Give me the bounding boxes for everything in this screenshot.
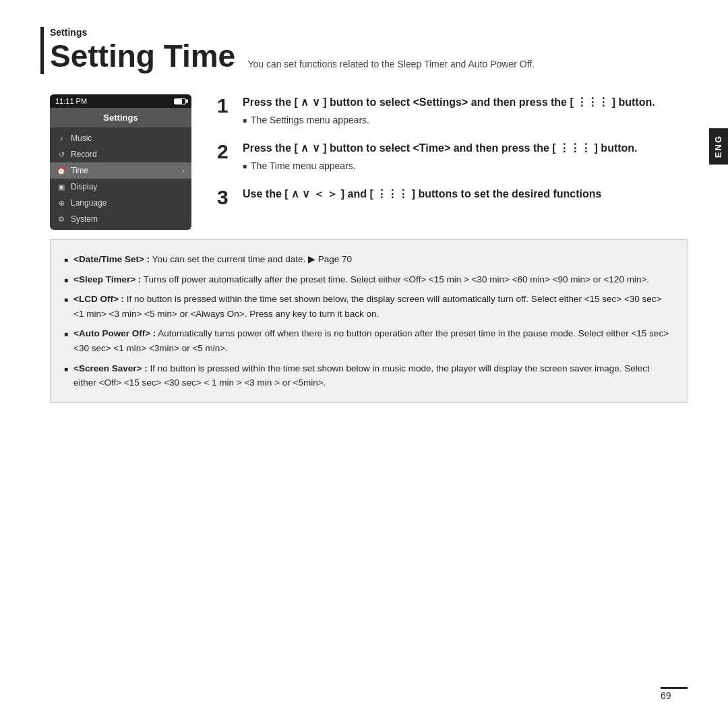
menu-label-system: System [71,214,185,224]
step-1-number: 1 [217,96,243,116]
menu-item-system[interactable]: ⚙ System [50,211,191,227]
step-2-number: 2 [217,142,243,162]
steps-area: 1 Press the [ ∧ ∨ ] button to select <Se… [217,94,688,230]
time-icon: ⏰ [57,166,66,175]
record-icon: ↺ [57,150,66,159]
step-2-note: The Time menu appears. [243,160,688,171]
menu-item-display[interactable]: ▣ Display [50,179,191,195]
step-3-number: 3 [217,187,243,208]
info-item-3: ■ <LCD Off> : If no button is pressed wi… [64,292,673,321]
device-topbar: 11:11 PM [50,94,191,108]
menu-label-display: Display [71,182,185,191]
step-3-content: Use the [ ∧ ∨ ＜ ＞ ] and [ ⋮⋮⋮ ] buttons … [243,186,688,206]
menu-label-time: Time [71,166,177,175]
menu-item-music[interactable]: ♪ Music [50,130,191,146]
page-header: Settings Setting Time You can set functi… [50,27,688,74]
content-area: 11:11 PM Settings ♪ Music ↺ Record [50,94,688,230]
step-1-content: Press the [ ∧ ∨ ] button to select <Sett… [243,94,688,125]
page-subtitle: You can set functions related to the Sle… [247,59,535,69]
step-1: 1 Press the [ ∧ ∨ ] button to select <Se… [217,94,688,125]
menu-item-time[interactable]: ⏰ Time › [50,162,191,179]
info-text-1: <Date/Time Set> : You can set the curren… [73,252,352,267]
step-1-note: The Settings menu appears. [243,115,688,125]
device-time: 11:11 PM [55,97,87,105]
battery-fill [175,99,182,104]
step-3: 3 Use the [ ∧ ∨ ＜ ＞ ] and [ ⋮⋮⋮ ] button… [217,186,688,208]
info-box: ■ <Date/Time Set> : You can set the curr… [50,239,688,403]
page-number-line [661,687,688,689]
music-icon: ♪ [57,133,66,143]
device-battery [174,98,186,104]
menu-label-music: Music [71,133,185,143]
menu-label-language: Language [71,198,185,208]
page-number-container: 69 [661,687,688,701]
bullet-2: ■ [64,275,68,286]
system-icon: ⚙ [57,214,66,224]
battery-icon [174,98,186,104]
bullet-3: ■ [64,295,68,305]
info-text-2: <Sleep Timer> : Turns off power automati… [73,272,649,287]
device-menu-items: ♪ Music ↺ Record ⏰ Time › ▣ Display ⊕ [50,127,191,230]
info-item-2: ■ <Sleep Timer> : Turns off power automa… [64,272,673,287]
section-label: Settings [50,27,688,38]
menu-label-record: Record [71,150,185,159]
menu-item-language[interactable]: ⊕ Language [50,195,191,211]
page-number: 69 [661,690,671,701]
bullet-4: ■ [64,329,68,340]
step-2-content: Press the [ ∧ ∨ ] button to select <Time… [243,140,688,171]
step-2-title: Press the [ ∧ ∨ ] button to select <Time… [243,140,688,156]
bullet-1: ■ [64,255,68,266]
info-text-3: <LCD Off> : If no button is pressed with… [73,292,673,321]
info-item-4: ■ <Auto Power Off> : Automatically turns… [64,326,673,355]
step-3-title: Use the [ ∧ ∨ ＜ ＞ ] and [ ⋮⋮⋮ ] buttons … [243,186,688,202]
info-item-1: ■ <Date/Time Set> : You can set the curr… [64,252,673,267]
step-2: 2 Press the [ ∧ ∨ ] button to select <Ti… [217,140,688,171]
step-1-title: Press the [ ∧ ∨ ] button to select <Sett… [243,94,688,111]
info-text-5: <Screen Saver> : If no button is pressed… [73,361,673,390]
device-mockup: 11:11 PM Settings ♪ Music ↺ Record [50,94,191,230]
info-item-5: ■ <Screen Saver> : If no button is press… [64,361,673,390]
device-menu-title: Settings [50,108,191,127]
display-icon: ▣ [57,182,66,191]
info-text-4: <Auto Power Off> : Automatically turns p… [73,326,673,355]
menu-item-record[interactable]: ↺ Record [50,146,191,162]
page-title: Setting Time [50,38,235,73]
bullet-5: ■ [64,364,68,375]
arrow-icon: › [182,166,185,175]
language-icon: ⊕ [57,198,66,208]
